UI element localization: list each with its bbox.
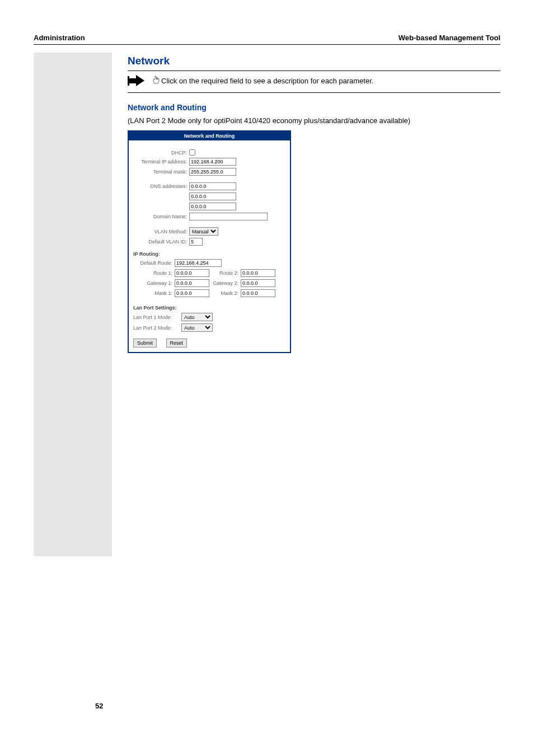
dns1-input[interactable] — [189, 182, 236, 190]
route2-input[interactable] — [241, 269, 275, 277]
submit-button[interactable]: Submit — [133, 339, 157, 348]
vlan-id-input[interactable] — [189, 238, 203, 246]
svg-rect-1 — [129, 78, 136, 83]
header-right: Web-based Management Tool — [399, 34, 500, 42]
header-left: Administration — [34, 34, 85, 42]
subsection-title: Network and Routing — [128, 103, 500, 112]
lan2-select[interactable]: Auto — [181, 323, 213, 332]
section-title: Network — [128, 55, 500, 67]
mask1-input[interactable] — [175, 289, 209, 297]
dns-label: DNS addresses: — [133, 184, 189, 189]
default-route-label: Default Route: — [133, 260, 175, 266]
gateway2-label: Gateway 2: — [209, 280, 241, 286]
note-box: Click on the required field to see a des… — [128, 71, 500, 93]
lan1-select[interactable]: Auto — [181, 313, 213, 321]
gateway1-label: Gateway 1: — [133, 280, 175, 286]
note-text: Click on the required field to see a des… — [161, 77, 373, 85]
left-margin-bar — [34, 53, 112, 556]
default-route-input[interactable] — [175, 259, 222, 267]
svg-marker-2 — [136, 75, 144, 86]
lan-port-heading: Lan Port Settings: — [133, 305, 285, 311]
lan2-label: Lan Port 2 Mode: — [133, 325, 181, 331]
domain-input[interactable] — [189, 213, 268, 220]
body-text: (LAN Port 2 Mode only for optiPoint 410/… — [128, 116, 500, 125]
form-title: Network and Routing — [129, 132, 290, 140]
dns2-input[interactable] — [189, 192, 236, 200]
mask2-input[interactable] — [241, 289, 275, 297]
page-header: Administration Web-based Management Tool — [34, 34, 500, 45]
mask2-label: Mask 2: — [209, 290, 241, 296]
svg-rect-0 — [128, 76, 129, 86]
vlan-id-label: Default VLAN ID: — [133, 239, 189, 245]
domain-label: Domain Name: — [133, 214, 189, 219]
route2-label: Route 2: — [209, 270, 241, 276]
lan1-label: Lan Port 1 Mode: — [133, 314, 181, 320]
terminal-ip-input[interactable] — [189, 158, 236, 166]
arrow-icon — [128, 74, 148, 87]
dns3-input[interactable] — [189, 203, 236, 210]
vlan-method-select[interactable]: Manual — [189, 227, 218, 236]
ip-routing-heading: IP Routing: — [133, 251, 285, 257]
dhcp-label: DHCP: — [133, 150, 189, 156]
terminal-mask-label: Terminal mask: — [133, 169, 189, 175]
page-number: 52 — [34, 702, 500, 710]
dhcp-checkbox[interactable] — [189, 149, 195, 156]
terminal-mask-input[interactable] — [189, 168, 236, 176]
route1-label: Route 1: — [133, 270, 175, 276]
mask1-label: Mask 1: — [133, 290, 175, 296]
hand-cursor-icon — [152, 76, 160, 86]
route1-input[interactable] — [175, 269, 209, 277]
vlan-method-label: VLAN Method: — [133, 229, 189, 234]
gateway2-input[interactable] — [241, 279, 275, 287]
form-panel: Network and Routing DHCP: Terminal IP ad… — [128, 130, 291, 353]
reset-button[interactable]: Reset — [166, 339, 188, 348]
gateway1-input[interactable] — [175, 279, 209, 287]
terminal-ip-label: Terminal IP address: — [133, 159, 189, 165]
